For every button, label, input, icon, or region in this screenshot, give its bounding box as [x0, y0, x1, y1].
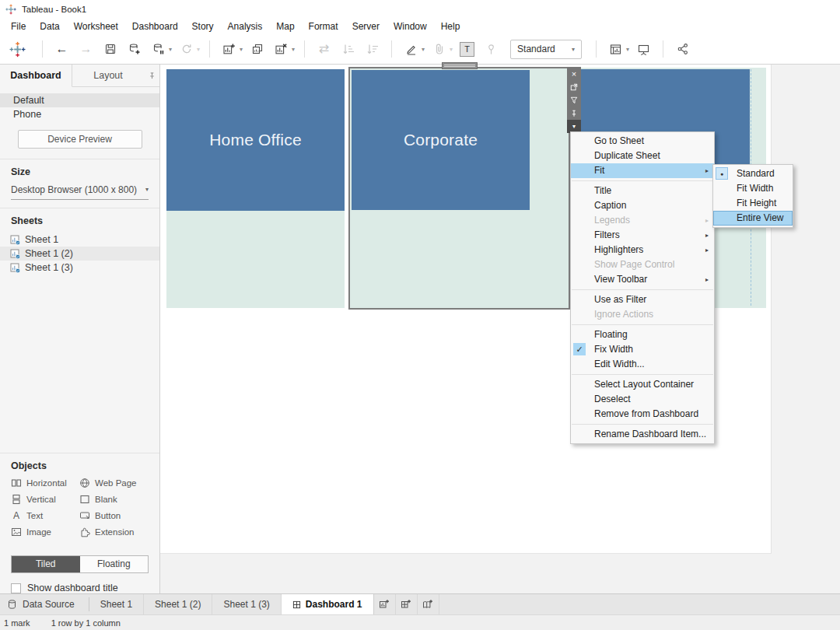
menu-map[interactable]: Map	[269, 21, 301, 32]
menu-item-view-toolbar[interactable]: View Toolbar▸	[571, 272, 714, 287]
presentation-mode-button[interactable]	[634, 39, 653, 59]
swap-rows-columns-button: ⇄	[314, 39, 334, 59]
tab-dashboard[interactable]: Dashboard	[0, 65, 72, 87]
sheet-list-item[interactable]: Sheet 1 (2)	[0, 247, 159, 261]
submenu-item-fit-width[interactable]: Fit Width	[713, 181, 793, 196]
new-worksheet-button[interactable]	[219, 39, 239, 59]
floating-button[interactable]: Floating	[80, 556, 149, 572]
menu-item-go-to-sheet[interactable]: Go to Sheet	[571, 134, 714, 149]
tab-dashboard-1[interactable]: Dashboard 1	[282, 594, 374, 614]
show-mark-labels-button[interactable]: T	[457, 39, 477, 59]
show-hide-cards-button[interactable]	[606, 39, 625, 59]
tab-data-source[interactable]: Data Source	[0, 594, 89, 614]
sheet-list-item[interactable]: Sheet 1	[0, 233, 159, 247]
menu-item-caption[interactable]: Caption	[571, 198, 714, 213]
fit-selector[interactable]: Standard ▾	[510, 40, 582, 59]
device-preview-button[interactable]: Device Preview	[18, 130, 142, 149]
menu-item-duplicate-sheet[interactable]: Duplicate Sheet	[571, 149, 714, 163]
menu-story[interactable]: Story	[185, 21, 221, 32]
object-horizontal[interactable]: Horizontal	[11, 478, 79, 488]
worksheet-in-use-icon	[10, 249, 20, 259]
menu-item-filters[interactable]: Filters▸	[571, 228, 714, 243]
checkbox-box[interactable]	[11, 583, 21, 593]
menu-analysis[interactable]: Analysis	[221, 21, 270, 32]
object-button[interactable]: Button	[79, 510, 149, 521]
tiled-button[interactable]: Tiled	[12, 556, 80, 572]
use-as-filter-icon[interactable]	[567, 93, 581, 107]
menu-item-floating[interactable]: Floating	[571, 327, 714, 342]
menu-item-legends: Legends▸	[571, 213, 714, 228]
menu-format[interactable]: Format	[302, 21, 345, 32]
fix-zone-pin-icon[interactable]	[567, 107, 581, 120]
vertical-container-icon	[11, 494, 22, 505]
zone-corporate-selected[interactable]: Corporate	[348, 67, 570, 310]
new-worksheet-caret-icon[interactable]: ▾	[240, 46, 243, 53]
highlight-button[interactable]	[401, 39, 421, 59]
submenu-item-standard[interactable]: ●Standard	[713, 166, 793, 181]
save-button[interactable]	[100, 39, 120, 59]
new-dashboard-tab-button[interactable]	[396, 594, 418, 614]
submenu-item-entire-view[interactable]: Entire View	[713, 211, 793, 226]
corporate-tile[interactable]: Corporate	[352, 70, 530, 210]
tab-sheet-1-3[interactable]: Sheet 1 (3)	[212, 594, 281, 614]
menu-dashboard[interactable]: Dashboard	[125, 21, 185, 32]
remove-zone-icon[interactable]: ×	[567, 67, 581, 80]
menu-item-select-layout-container[interactable]: Select Layout Container	[571, 377, 714, 392]
tab-layout[interactable]: Layout	[72, 65, 144, 87]
show-dashboard-title-checkbox[interactable]: Show dashboard title	[11, 583, 159, 593]
menu-item-use-as-filter[interactable]: Use as Filter	[571, 292, 714, 307]
show-hide-cards-caret-icon[interactable]: ▾	[626, 46, 629, 53]
sheet-list-item[interactable]: Sheet 1 (3)	[0, 261, 159, 275]
new-story-tab-button[interactable]	[418, 594, 439, 614]
object-blank[interactable]: Blank	[79, 494, 149, 505]
pane-tabs: Dashboard Layout	[0, 65, 159, 87]
clear-sheet-button[interactable]	[271, 39, 291, 59]
tab-sheet-1-2[interactable]: Sheet 1 (2)	[144, 594, 212, 614]
submenu-item-fit-height[interactable]: Fit Height	[713, 196, 793, 211]
go-to-sheet-icon[interactable]	[567, 80, 581, 93]
object-text[interactable]: A Text	[11, 510, 79, 521]
clear-sheet-caret-icon[interactable]: ▾	[292, 46, 295, 53]
menu-item-edit-width[interactable]: Edit Width...	[571, 357, 714, 372]
tableau-logo-button[interactable]	[9, 41, 26, 58]
menu-item-deselect[interactable]: Deselect	[571, 392, 714, 407]
menu-window[interactable]: Window	[387, 21, 434, 32]
sheet-tab-bar: Data Source Sheet 1 Sheet 1 (2) Sheet 1 …	[0, 593, 840, 614]
menu-item-fit[interactable]: Fit▸	[571, 163, 714, 178]
duplicate-sheet-button[interactable]	[247, 39, 267, 59]
object-vertical[interactable]: Vertical	[11, 494, 79, 505]
object-web-page[interactable]: Web Page	[79, 478, 149, 488]
undo-button[interactable]: ←	[52, 39, 72, 59]
size-selector[interactable]: Desktop Browser (1000 x 800) ▾	[11, 184, 149, 200]
pane-pin-icon[interactable]	[144, 65, 159, 87]
object-label: Button	[95, 511, 121, 520]
submenu-arrow-icon: ▸	[705, 243, 709, 257]
highlight-caret-icon[interactable]: ▾	[422, 46, 425, 53]
pause-updates-caret-icon[interactable]: ▾	[169, 46, 172, 53]
menu-file[interactable]: File	[4, 21, 33, 32]
menu-help[interactable]: Help	[434, 21, 467, 32]
menu-item-title[interactable]: Title	[571, 184, 714, 198]
menu-item-rename-dashboard-item[interactable]: Rename Dashboard Item...	[571, 427, 714, 442]
menu-data[interactable]: Data	[33, 21, 66, 32]
sheets-header: Sheets	[0, 215, 159, 226]
new-worksheet-tab-button[interactable]	[374, 594, 396, 614]
zone-home-office[interactable]: Home Office	[166, 69, 345, 308]
menu-worksheet[interactable]: Worksheet	[67, 21, 125, 32]
menu-item-fix-width[interactable]: ✓Fix Width	[571, 342, 714, 357]
pause-auto-updates-button[interactable]	[149, 39, 168, 59]
share-button[interactable]	[673, 39, 692, 59]
menu-item-highlighters[interactable]: Highlighters▸	[571, 243, 714, 257]
object-extension[interactable]: Extension	[79, 527, 149, 537]
device-item-phone[interactable]: Phone	[0, 107, 159, 121]
tab-sheet-1[interactable]: Sheet 1	[89, 594, 144, 614]
image-icon	[11, 527, 22, 537]
zone-drag-handle[interactable]	[442, 62, 478, 69]
menu-server[interactable]: Server	[345, 21, 387, 32]
menu-item-remove-from-dashboard[interactable]: Remove from Dashboard	[571, 407, 714, 422]
object-image[interactable]: Image	[11, 527, 79, 537]
home-office-tile[interactable]: Home Office	[166, 69, 345, 211]
device-item-default[interactable]: Default	[0, 93, 159, 107]
objects-header: Objects	[11, 460, 149, 471]
new-data-source-button[interactable]	[124, 39, 144, 59]
